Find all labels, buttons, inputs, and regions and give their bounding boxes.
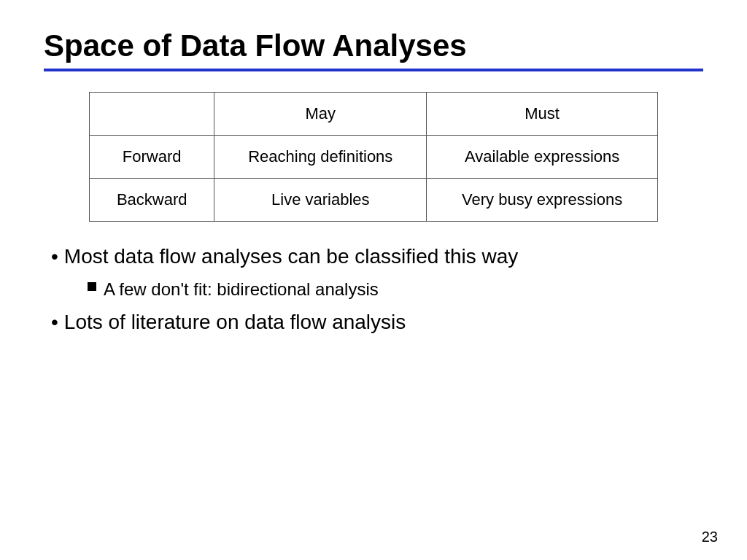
table-cell-available-expressions: Available expressions (427, 136, 658, 179)
slide-title: Space of Data Flow Analyses (44, 29, 703, 63)
table-row-forward: Forward Reaching definitions Available e… (90, 136, 658, 179)
title-underline (44, 69, 703, 71)
bullet-text-1: Most data flow analyses can be classifie… (64, 244, 519, 270)
table-header-may: May (214, 93, 427, 136)
page-number: 23 (702, 529, 718, 545)
table-label-backward: Backward (90, 179, 214, 222)
bullet-dot-1: • (51, 244, 58, 270)
data-flow-table: May Must Forward Reaching definitions Av… (89, 92, 658, 222)
bullet-section: • Most data flow analyses can be classif… (44, 244, 703, 335)
table-cell-empty-header (90, 93, 214, 136)
bullet-main-2: • Lots of literature on data flow analys… (51, 309, 703, 335)
table-row-backward: Backward Live variables Very busy expres… (90, 179, 658, 222)
bullet-main-1: • Most data flow analyses can be classif… (51, 244, 703, 270)
table-cell-live-variables: Live variables (214, 179, 427, 222)
table-cell-very-busy-expressions: Very busy expressions (427, 179, 658, 222)
table-cell-reaching-definitions: Reaching definitions (214, 136, 427, 179)
slide: Space of Data Flow Analyses May Must For… (0, 0, 747, 560)
table-header-must: Must (427, 93, 658, 136)
bullet-text-2: Lots of literature on data flow analysis (64, 309, 406, 335)
table-label-forward: Forward (90, 136, 214, 179)
bullet-sub-1: A few don't fit: bidirectional analysis (88, 278, 703, 300)
sub-bullet-square-1 (88, 282, 96, 291)
sub-bullet-text-1: A few don't fit: bidirectional analysis (104, 278, 379, 300)
bullet-dot-2: • (51, 309, 58, 335)
table-container: May Must Forward Reaching definitions Av… (44, 92, 703, 222)
table-header-row: May Must (90, 93, 658, 136)
